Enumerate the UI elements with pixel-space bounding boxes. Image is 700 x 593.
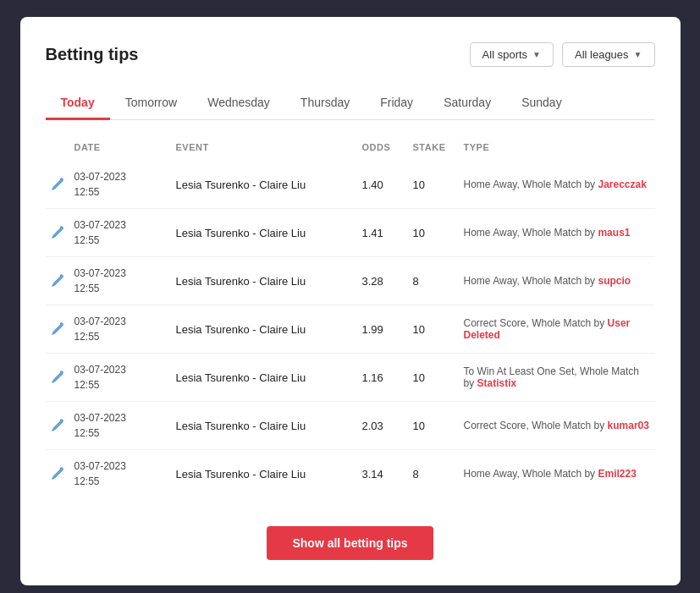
col-date-header: DATE (74, 142, 176, 152)
date-cell: 03-07-202312:55 (74, 410, 176, 441)
table-header: DATE EVENT ODDS STAKE TYPE (46, 137, 655, 157)
table-row: 03-07-202312:55 Lesia Tsurenko - Claire … (46, 450, 655, 497)
tab-wednesday[interactable]: Wednesday (192, 87, 285, 120)
event-cell: Lesia Tsurenko - Claire Liu (176, 468, 362, 480)
table-row: 03-07-202312:55 Lesia Tsurenko - Claire … (46, 402, 655, 450)
type-cell: Home Away, Whole Match by maus1 (464, 227, 652, 239)
betting-tips-card: Betting tips All sports ▼ All leagues ▼ … (20, 17, 681, 585)
date-cell: 03-07-202312:55 (74, 169, 176, 200)
tip-icon (49, 176, 66, 193)
user-link[interactable]: Emil223 (598, 468, 636, 480)
filters-container: All sports ▼ All leagues ▼ (470, 42, 655, 67)
table-body: 03-07-202312:55 Lesia Tsurenko - Claire … (46, 161, 655, 497)
date-cell: 03-07-202312:55 (74, 217, 176, 248)
event-cell: Lesia Tsurenko - Claire Liu (176, 178, 362, 191)
tip-icon (49, 224, 66, 241)
col-empty (49, 142, 74, 152)
col-type-header: TYPE (464, 142, 652, 152)
stake-cell: 10 (413, 227, 464, 239)
type-cell: Correct Score, Whole Match by kumar03 (464, 420, 652, 431)
table-row: 03-07-202312:55 Lesia Tsurenko - Claire … (46, 305, 655, 354)
tabs-container: Today Tomorrow Wednesday Thursday Friday… (46, 87, 655, 120)
leagues-dropdown-arrow: ▼ (634, 50, 642, 59)
event-cell: Lesia Tsurenko - Claire Liu (176, 275, 362, 288)
tab-friday[interactable]: Friday (365, 87, 428, 120)
tip-icon (49, 272, 66, 289)
type-cell: To Win At Least One Set, Whole Match by … (464, 365, 652, 389)
tab-thursday[interactable]: Thursday (285, 87, 365, 120)
all-sports-filter[interactable]: All sports ▼ (470, 42, 554, 67)
stake-cell: 8 (413, 468, 464, 480)
odds-cell: 3.14 (362, 468, 413, 480)
type-cell: Home Away, Whole Match by Emil223 (464, 468, 652, 480)
table-row: 03-07-202312:55 Lesia Tsurenko - Claire … (46, 257, 655, 305)
all-leagues-filter[interactable]: All leagues ▼ (562, 42, 655, 67)
user-link[interactable]: maus1 (598, 227, 630, 239)
type-cell: Correct Score, Whole Match by User Delet… (464, 317, 652, 341)
tip-icon (49, 369, 66, 386)
tab-today[interactable]: Today (46, 87, 110, 120)
odds-cell: 1.41 (362, 227, 413, 239)
user-link[interactable]: supcio (598, 275, 631, 287)
table-row: 03-07-202312:55 Lesia Tsurenko - Claire … (46, 354, 655, 402)
event-cell: Lesia Tsurenko - Claire Liu (176, 371, 362, 384)
tip-icon (49, 321, 66, 338)
type-cell: Home Away, Whole Match by supcio (464, 275, 652, 287)
tab-saturday[interactable]: Saturday (428, 87, 506, 120)
odds-cell: 1.16 (362, 371, 413, 384)
tip-icon (49, 465, 66, 482)
card-header: Betting tips All sports ▼ All leagues ▼ (46, 42, 655, 67)
col-stake-header: STAKE (413, 142, 464, 152)
date-cell: 03-07-202312:55 (74, 266, 176, 296)
odds-cell: 3.28 (362, 275, 413, 288)
table-row: 03-07-202312:55 Lesia Tsurenko - Claire … (46, 209, 655, 257)
odds-cell: 1.40 (362, 178, 413, 191)
event-cell: Lesia Tsurenko - Claire Liu (176, 420, 362, 432)
date-cell: 03-07-202312:55 (74, 314, 176, 344)
tip-icon (49, 417, 66, 434)
stake-cell: 8 (413, 275, 464, 288)
show-all-button[interactable]: Show all betting tips (267, 526, 433, 560)
date-cell: 03-07-202312:55 (74, 362, 176, 393)
card-title: Betting tips (46, 45, 139, 64)
col-odds-header: ODDS (362, 142, 413, 152)
user-link[interactable]: User Deleted (464, 317, 631, 341)
date-cell: 03-07-202312:55 (74, 458, 176, 489)
odds-cell: 1.99 (362, 323, 413, 336)
user-link[interactable]: Statistix (477, 377, 517, 389)
sports-dropdown-arrow: ▼ (532, 50, 541, 59)
event-cell: Lesia Tsurenko - Claire Liu (176, 227, 362, 239)
user-link[interactable]: Jarecczak (598, 178, 646, 190)
table-row: 03-07-202312:55 Lesia Tsurenko - Claire … (46, 161, 655, 209)
user-link[interactable]: kumar03 (608, 420, 649, 431)
stake-cell: 10 (413, 371, 464, 384)
event-cell: Lesia Tsurenko - Claire Liu (176, 323, 362, 336)
all-sports-label: All sports (482, 48, 527, 61)
all-leagues-label: All leagues (575, 48, 629, 61)
stake-cell: 10 (413, 178, 464, 191)
show-all-container: Show all betting tips (46, 518, 655, 560)
stake-cell: 10 (413, 323, 464, 336)
tab-sunday[interactable]: Sunday (506, 87, 576, 120)
type-cell: Home Away, Whole Match by Jarecczak (464, 178, 652, 190)
col-event-header: EVENT (176, 142, 362, 152)
odds-cell: 2.03 (362, 420, 413, 432)
stake-cell: 10 (413, 420, 464, 432)
tab-tomorrow[interactable]: Tomorrow (110, 87, 192, 120)
